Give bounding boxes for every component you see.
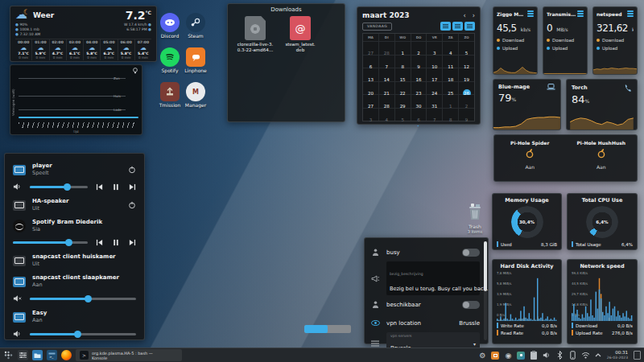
calendar-day[interactable]: 6• — [411, 109, 427, 121]
calendar-day[interactable]: 27•• — [363, 42, 378, 55]
pihole-hushhush[interactable]: Pi-Hole HushHush Aan — [566, 135, 638, 181]
calendar-day[interactable]: 3 — [363, 109, 378, 121]
wifi-tray-icon[interactable] — [581, 351, 590, 360]
calendar-prev-button[interactable]: ‹ — [464, 12, 466, 19]
calendar-day[interactable]: 5 — [395, 109, 411, 121]
dolphin-file-manager-button[interactable] — [32, 350, 43, 360]
calendar-day[interactable]: 19 — [459, 68, 474, 81]
calendar-day[interactable]: 7 — [427, 109, 442, 121]
trash-icon[interactable]: Trash 3 items — [457, 203, 493, 234]
calendar-day[interactable]: 29 — [395, 95, 411, 108]
calendar-day[interactable]: 15 — [395, 68, 411, 81]
calendar-day[interactable]: 20• — [363, 82, 378, 95]
calendar-day[interactable]: 4 — [379, 109, 394, 121]
file-clonezilla-iso[interactable]: clonezilla-live-3.0.3-22-amd64… — [236, 16, 275, 53]
volume-icon[interactable] — [13, 330, 22, 338]
calendar-day[interactable]: 14 — [379, 68, 394, 81]
file-steam-deb[interactable]: @ steam_latest.deb — [281, 16, 320, 53]
menu-icon[interactable] — [527, 10, 534, 17]
next-button[interactable] — [129, 183, 136, 191]
calendar-day[interactable]: 9 — [459, 109, 474, 121]
tray-expand-icon[interactable] — [594, 351, 603, 360]
calendar-day[interactable]: 31• — [427, 95, 442, 108]
previous-button[interactable] — [96, 183, 103, 191]
calendar-day[interactable]: 24 — [427, 82, 442, 95]
busy-description-field[interactable]: bezig_beschrijving Bezig bel u terug. Bu… — [386, 261, 480, 295]
firefox-button[interactable] — [61, 350, 72, 360]
available-toggle[interactable] — [462, 301, 480, 309]
calendar-day[interactable]: 23• — [411, 82, 427, 95]
orange-app-tray-icon[interactable] — [491, 351, 500, 360]
calendar-day[interactable]: 9• — [411, 56, 427, 68]
menu-icon[interactable] — [577, 10, 584, 17]
record-tray-icon[interactable]: ◉ — [504, 351, 513, 360]
volume-tray-icon[interactable] — [543, 351, 551, 360]
calendar-next-button[interactable]: › — [473, 12, 475, 19]
calendar-day[interactable]: 27•• — [363, 95, 378, 108]
widgets-settings-button[interactable] — [18, 350, 28, 360]
desktop-icon-spotify[interactable]: Spotify — [156, 47, 184, 73]
calendar-day-today[interactable]: 26 — [459, 82, 474, 95]
menu-icon[interactable] — [627, 10, 634, 17]
calendar-day[interactable]: 21•• — [379, 82, 394, 95]
desktop-icon-steam[interactable]: Steam — [182, 13, 209, 39]
power-button[interactable] — [128, 166, 136, 174]
calendar-day[interactable]: 8 — [443, 109, 458, 121]
calendar-day[interactable]: 16• — [411, 68, 427, 81]
previous-button[interactable] — [96, 239, 103, 246]
calendar-day[interactable]: 11• — [443, 56, 458, 68]
view-years-button[interactable] — [464, 22, 475, 31]
desktop-icon-tmission[interactable]: Tmission — [156, 82, 184, 108]
volume-icon[interactable] — [13, 183, 22, 191]
today-button[interactable]: VANDAAG — [362, 23, 392, 31]
bluetooth-tray-icon[interactable] — [555, 351, 564, 360]
volume-muted-icon[interactable] — [13, 294, 22, 302]
desktop-icon-manager[interactable]: M Manager — [182, 82, 209, 108]
calendar-day[interactable]: 2 — [459, 95, 474, 108]
digital-clock[interactable]: 00:31 26-03-2023 — [607, 350, 628, 360]
desktop-icon-discord[interactable]: Discord — [156, 13, 184, 39]
calendar-day[interactable]: 1 — [443, 95, 458, 108]
calendar-day[interactable]: 10• — [427, 56, 442, 68]
calendar-day[interactable]: 30• — [411, 95, 427, 108]
scrollbar[interactable] — [484, 241, 487, 340]
calendar-day[interactable]: 18 — [443, 68, 458, 81]
busy-toggle[interactable] — [462, 249, 480, 257]
calendar-day[interactable]: 12• — [459, 56, 474, 68]
calendar-day[interactable]: 1 — [395, 42, 411, 55]
package-tray-icon[interactable] — [517, 351, 526, 360]
calendar-day[interactable]: 4 — [443, 42, 458, 55]
settings-gear-tray-icon[interactable]: ⚙ — [478, 351, 487, 360]
volume-slider[interactable] — [30, 333, 136, 335]
calendar-day[interactable]: 5 — [459, 42, 474, 55]
calendar-day[interactable]: 25 — [443, 82, 458, 95]
calendar-day[interactable]: 17 — [427, 68, 442, 81]
next-button[interactable] — [129, 239, 136, 246]
calendar-day[interactable]: 2• — [411, 42, 427, 55]
app-launcher-button[interactable] — [3, 350, 14, 360]
calendar-day[interactable]: 6• — [363, 56, 378, 68]
power-button[interactable] — [128, 201, 136, 209]
calendar-day[interactable]: 7 — [379, 56, 394, 68]
konsole-button[interactable]: >_ — [47, 350, 57, 360]
calendar-day[interactable]: 13• — [363, 68, 378, 81]
volume-slider[interactable] — [30, 186, 88, 188]
calendar-day[interactable]: 28 — [379, 42, 394, 55]
calendar-day[interactable]: 3 — [427, 42, 442, 55]
pihole-spider[interactable]: Pi-Hole Spider Aan — [494, 135, 566, 181]
mini-slider[interactable] — [304, 325, 351, 333]
view-months-button[interactable] — [452, 22, 463, 31]
calendar-day[interactable]: 28 — [379, 95, 394, 108]
volume-slider[interactable] — [30, 298, 136, 300]
show-desktop-button[interactable] — [634, 351, 641, 360]
volume-slider[interactable] — [13, 241, 88, 244]
desktop-icon-linphone[interactable]: Linphone — [182, 47, 209, 73]
calendar-day[interactable]: 22• — [395, 82, 411, 95]
view-days-button[interactable] — [440, 22, 451, 31]
pause-button[interactable] — [113, 239, 119, 246]
pause-button[interactable] — [113, 183, 119, 191]
taskbar-task-konsole[interactable]: > org.kde.plasma.HA-5 : bash —Konsole — [76, 349, 182, 361]
calendar-day[interactable]: 8 — [395, 56, 411, 68]
kdeconnect-tray-icon[interactable] — [568, 351, 577, 360]
clipboard-tray-icon[interactable] — [530, 351, 539, 360]
